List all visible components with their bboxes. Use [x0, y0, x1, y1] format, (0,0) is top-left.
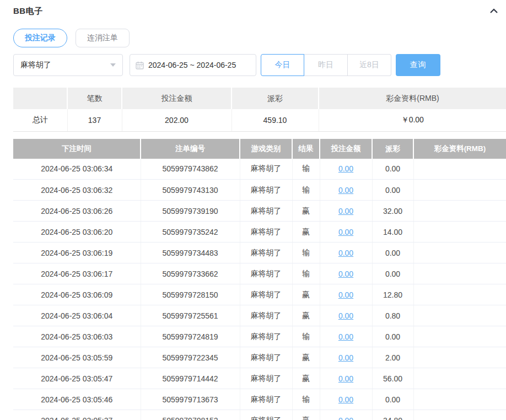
- cell-game-type: 麻将胡了: [240, 201, 292, 222]
- table-row: 2024-06-25 03:05:37 5059979708152 麻将胡了 赢…: [13, 410, 506, 420]
- summary-header-jackpot: 彩金资料(RMB): [319, 88, 506, 109]
- cell-result: 输: [292, 243, 320, 263]
- cell-bet-time: 2024-06-25 03:06:04: [13, 305, 141, 326]
- cell-payout: 34.80: [372, 410, 413, 420]
- cell-game-type: 麻将胡了: [240, 263, 292, 284]
- query-button[interactable]: 查询: [396, 54, 440, 76]
- cell-jackpot: [413, 243, 506, 263]
- cell-bet-time: 2024-06-25 03:06:34: [13, 159, 141, 180]
- records-header-payout: 派彩: [372, 139, 413, 159]
- cell-jackpot: [413, 389, 506, 410]
- bet-amount-link[interactable]: 0.00: [338, 207, 353, 216]
- cell-jackpot: [413, 305, 506, 326]
- chevron-up-icon: [489, 7, 498, 15]
- filter-bar: 麻将胡了 2024-06-25 ~ 2024-06-25: [13, 54, 506, 76]
- cell-order-number: 5059979743130: [141, 180, 240, 201]
- cell-result: 赢: [292, 347, 320, 368]
- summary-total-count: 137: [67, 109, 122, 131]
- summary-table: 笔数 投注金额 派彩 彩金资料(RMB) 总计 137 202.00 459.1…: [13, 88, 506, 132]
- cell-payout: 0.00: [372, 159, 413, 180]
- summary-total-label: 总计: [13, 109, 67, 131]
- cell-order-number: 5059979714442: [141, 368, 240, 389]
- bet-amount-link[interactable]: 0.00: [338, 353, 353, 362]
- bet-amount-link[interactable]: 0.00: [338, 374, 353, 383]
- collapse-panel-button[interactable]: [488, 6, 499, 17]
- bet-amount-link[interactable]: 0.00: [338, 311, 353, 320]
- date-range-value: 2024-06-25 ~ 2024-06-25: [148, 61, 236, 69]
- summary-total-bet-amount: 202.00: [122, 109, 232, 131]
- cell-bet-amount: 0.00: [320, 201, 372, 222]
- cell-result: 输: [292, 159, 320, 180]
- bet-amount-link[interactable]: 0.00: [338, 186, 353, 195]
- bet-amount-link[interactable]: 0.00: [338, 416, 353, 420]
- summary-header-count: 笔数: [67, 88, 122, 109]
- cell-bet-amount: 0.00: [320, 410, 372, 420]
- cell-jackpot: [413, 159, 506, 180]
- table-row: 2024-06-25 03:06:04 5059979725561 麻将胡了 赢…: [13, 305, 506, 326]
- records-table: 下注时间 注单编号 游戏类别 结果 投注金额 派彩 彩金资料(RMB) 2024…: [13, 139, 506, 420]
- cell-bet-time: 2024-06-25 03:06:17: [13, 263, 141, 284]
- tab-cancelled-orders[interactable]: 连消注单: [76, 29, 130, 47]
- cell-payout: 0.00: [372, 389, 413, 410]
- bet-amount-link[interactable]: 0.00: [338, 164, 353, 173]
- cell-game-type: 麻将胡了: [240, 222, 292, 243]
- table-row: 2024-06-25 03:06:34 5059979743862 麻将胡了 输…: [13, 159, 506, 180]
- cell-jackpot: [413, 284, 506, 305]
- cell-bet-time: 2024-06-25 03:05:47: [13, 368, 141, 389]
- cell-result: 赢: [292, 201, 320, 222]
- cell-payout: 14.00: [372, 222, 413, 243]
- bet-amount-link[interactable]: 0.00: [338, 228, 353, 236]
- cell-result: 赢: [292, 410, 320, 420]
- cell-game-type: 麻将胡了: [240, 243, 292, 263]
- table-row: 2024-06-25 03:06:09 5059979728150 麻将胡了 赢…: [13, 284, 506, 305]
- cell-game-type: 麻将胡了: [240, 347, 292, 368]
- cell-result: 输: [292, 326, 320, 347]
- cell-result: 赢: [292, 222, 320, 243]
- yesterday-button[interactable]: 昨日: [304, 54, 348, 76]
- bet-amount-link[interactable]: 0.00: [338, 290, 353, 299]
- calendar-icon: [136, 61, 144, 69]
- summary-total-jackpot: ￥0.00: [319, 109, 506, 131]
- table-row: 2024-06-25 03:06:32 5059979743130 麻将胡了 输…: [13, 180, 506, 201]
- cell-game-type: 麻将胡了: [240, 410, 292, 420]
- cell-order-number: 5059979713673: [141, 389, 240, 410]
- today-button[interactable]: 今日: [261, 54, 304, 76]
- cell-bet-amount: 0.00: [320, 389, 372, 410]
- tab-betting-records[interactable]: 投注记录: [13, 29, 67, 47]
- cell-order-number: 5059979743862: [141, 159, 240, 180]
- cell-order-number: 5059979724819: [141, 326, 240, 347]
- cell-game-type: 麻将胡了: [240, 180, 292, 201]
- cell-bet-amount: 0.00: [320, 243, 372, 263]
- cell-payout: 0.00: [372, 180, 413, 201]
- records-header-game: 游戏类别: [240, 139, 292, 159]
- cell-jackpot: [413, 410, 506, 420]
- cell-bet-time: 2024-06-25 03:06:20: [13, 222, 141, 243]
- cell-bet-time: 2024-06-25 03:06:19: [13, 243, 141, 263]
- cell-bet-amount: 0.00: [320, 347, 372, 368]
- cell-order-number: 5059979733662: [141, 263, 240, 284]
- bet-amount-link[interactable]: 0.00: [338, 332, 353, 341]
- cell-bet-amount: 0.00: [320, 284, 372, 305]
- records-header-row: 下注时间 注单编号 游戏类别 结果 投注金额 派彩 彩金资料(RMB): [13, 139, 506, 159]
- date-range-input[interactable]: 2024-06-25 ~ 2024-06-25: [130, 54, 256, 76]
- cell-jackpot: [413, 222, 506, 243]
- cell-result: 赢: [292, 284, 320, 305]
- cell-bet-amount: 0.00: [320, 180, 372, 201]
- bet-amount-link[interactable]: 0.00: [338, 270, 353, 278]
- page-title: BB电子: [13, 6, 43, 17]
- chevron-down-icon: [110, 63, 116, 67]
- cell-result: 输: [292, 263, 320, 284]
- table-row: 2024-06-25 03:06:17 5059979733662 麻将胡了 输…: [13, 263, 506, 284]
- last-8-days-button[interactable]: 近8日: [348, 54, 391, 76]
- cell-bet-amount: 0.00: [320, 222, 372, 243]
- cell-bet-time: 2024-06-25 03:05:46: [13, 389, 141, 410]
- cell-bet-amount: 0.00: [320, 159, 372, 180]
- bet-amount-link[interactable]: 0.00: [338, 249, 353, 257]
- records-header-bet-amount: 投注金额: [320, 139, 372, 159]
- tab-bar: 投注记录 连消注单: [13, 29, 506, 47]
- cell-result: 输: [292, 389, 320, 410]
- summary-header-empty: [13, 88, 67, 109]
- bet-amount-link[interactable]: 0.00: [338, 395, 353, 404]
- game-select[interactable]: 麻将胡了: [13, 54, 123, 76]
- cell-bet-time: 2024-06-25 03:06:32: [13, 180, 141, 201]
